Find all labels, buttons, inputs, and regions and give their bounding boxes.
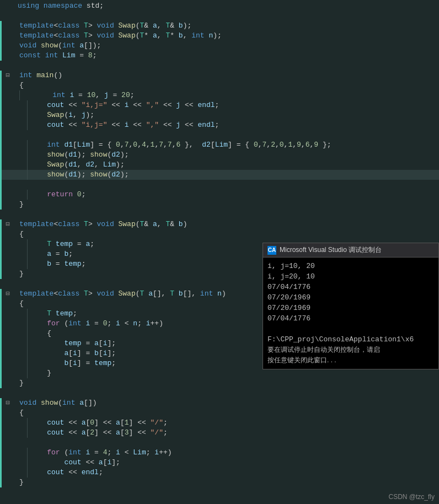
console-output-line: F:\CPP_proj\ConsoleApplication1\x6 <box>267 334 434 345</box>
console-window: CA Microsoft Visual Studio 调试控制台 i, j=10… <box>263 243 439 369</box>
code-editor: using namespace std; template<class T> v… <box>0 0 439 504</box>
console-titlebar: CA Microsoft Visual Studio 调试控制台 <box>263 243 438 258</box>
code-line: cout << a[i]; <box>2 458 439 468</box>
code-line: ⊟ void show(int a[]) <box>2 398 439 408</box>
code-line: template<class T> void Swap(T& a, T& b); <box>2 21 439 31</box>
code-line: ⊟ int main() <box>2 71 439 81</box>
console-output-line <box>267 324 434 334</box>
code-line <box>2 438 439 448</box>
code-line: { <box>2 408 439 418</box>
code-line: cout << endl; <box>2 468 439 478</box>
console-body: i, j=10, 20 i, j=20, 10 07/04/1776 07/20… <box>263 258 438 369</box>
code-line <box>2 180 439 190</box>
code-content: using namespace std; <box>18 1 439 11</box>
console-output-line: i, j=10, 20 <box>267 261 434 271</box>
code-line <box>0 11 439 21</box>
code-line: } <box>2 478 439 487</box>
line-indicator: ⊟ <box>4 219 12 229</box>
code-line: cout << a[0] << a[1] << "/"; <box>2 418 439 428</box>
code-line: Swap(i, j); <box>2 110 439 120</box>
code-line: int d1[Lim] = { 0,7,0,4,1,7,7,6 }, d2[Li… <box>2 140 439 150</box>
code-line: show(d1); show(d2); <box>2 150 439 160</box>
console-output-line: 07/04/1776 <box>267 313 434 324</box>
line-indicator: ⊟ <box>4 289 12 299</box>
console-output-line: 07/04/1776 <box>267 282 434 292</box>
code-line: void show(int a[]); <box>2 41 439 51</box>
code-line <box>0 210 439 219</box>
code-line: cout << a[2] << a[3] << "/"; <box>2 428 439 438</box>
code-line-highlighted: show(d1); show(d2); <box>2 170 439 180</box>
code-line: { <box>2 81 439 90</box>
code-line: Swap(d1, d2, Lim); <box>2 160 439 170</box>
code-line: cout << "i,j=" << i << "," << j << endl; <box>2 120 439 130</box>
console-output-line: 07/20/1969 <box>267 303 434 313</box>
console-title: Microsoft Visual Studio 调试控制台 <box>280 245 382 255</box>
console-output-line-chinese: 要在调试停止时自动关闭控制台，请启 <box>267 345 434 355</box>
code-line: for (int i = 4; i < Lim; i++) <box>2 448 439 458</box>
code-line: ⊟ template<class T> void Swap(T& a, T& b… <box>2 219 439 229</box>
code-line: using namespace std; <box>0 1 439 11</box>
code-line: } <box>2 200 439 210</box>
code-line: { <box>2 229 439 239</box>
code-line <box>0 61 439 71</box>
code-line: template<class T> void Swap(T* a, T* b, … <box>2 31 439 41</box>
line-indicator: ⊟ <box>4 398 12 408</box>
line-indicator: ⊟ <box>4 71 12 81</box>
code-line: cout << "i,j=" << i << "," << j << endl; <box>2 100 439 110</box>
watermark: CSDN @tzc_fly <box>388 493 435 501</box>
code-line: } <box>2 368 439 378</box>
console-output-line: i, j=20, 10 <box>267 271 434 282</box>
code-line: int i = 10, j = 20; <box>2 90 439 100</box>
console-output-line-chinese: 按任意键关闭此窗口. . . <box>267 355 434 366</box>
code-line <box>2 130 439 140</box>
console-icon-text: CA <box>268 247 276 253</box>
code-line: return 0; <box>2 190 439 200</box>
code-line <box>0 388 439 398</box>
code-line: const int Lim = 8; <box>2 51 439 61</box>
console-output-line: 07/20/1969 <box>267 292 434 303</box>
console-icon: CA <box>267 246 276 255</box>
code-line: } <box>2 378 439 388</box>
